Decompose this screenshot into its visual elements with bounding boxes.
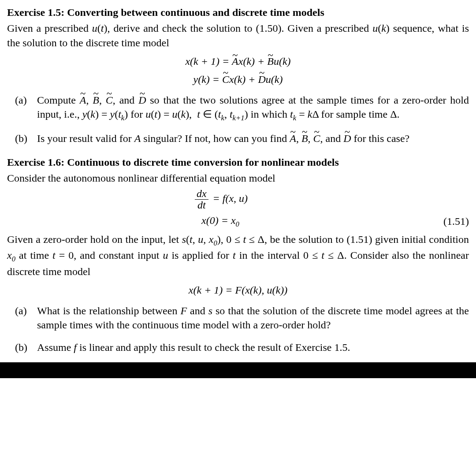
- exercise-1-5-item-b: (b) Is your result valid for A singular?…: [7, 131, 469, 145]
- text: in which: [248, 108, 290, 120]
- text: , be the solution to (1.51) given initia…: [264, 234, 469, 245]
- item-content: Is your result valid for A singular? If …: [37, 131, 469, 145]
- text: Given a zero-order hold on the input, le…: [7, 234, 182, 245]
- exercise-1-5-equations: x(k + 1) = Ax(k) + Bu(k) y(k) = Cx(k) + …: [7, 52, 469, 89]
- text: , derive and check the solution to (1.50…: [108, 22, 373, 34]
- item-content: What is the relationship between F and s…: [37, 304, 469, 332]
- exercise-1-5-title: Exercise 1.5: Converting between continu…: [7, 5, 469, 19]
- item-marker: (b): [7, 340, 37, 354]
- equation-number: (1.51): [434, 214, 469, 228]
- output-equation: y(k) = Cx(k) + Du(k): [7, 71, 469, 89]
- item-marker: (a): [7, 304, 37, 332]
- equation-number-placeholder: [434, 192, 469, 206]
- exercise-1-6-item-b: (b) Assume f is linear and apply this re…: [7, 340, 469, 354]
- bottom-black-bar: [0, 362, 476, 378]
- text: Assume: [37, 342, 74, 353]
- state-equation: x(k + 1) = Ax(k) + Bu(k): [7, 52, 469, 71]
- text: for sample time Δ.: [319, 108, 400, 120]
- exercise-1-6-equations: dxdt = f(x, u) x(0) = x0 (1.51): [7, 188, 469, 230]
- exercise-1-6-title: Exercise 1.6: Continuous to discrete tim…: [7, 155, 469, 169]
- ode-equation: dxdt = f(x, u): [7, 188, 434, 211]
- initial-condition-equation: x(0) = x0: [7, 213, 434, 229]
- exercise-1-6-list: (a) What is the relationship between F a…: [7, 304, 469, 354]
- text: is applied for: [168, 249, 233, 261]
- text: Compute: [37, 94, 80, 106]
- item-content: Assume f is linear and apply this result…: [37, 340, 469, 354]
- text: in the interval: [236, 249, 303, 261]
- text: Given a prescribed: [7, 22, 92, 34]
- item-content: Compute A, B, C, and D so that the two s…: [37, 93, 469, 123]
- exercise-1-5-intro: Given a prescribed u(t), derive and chec…: [7, 21, 469, 50]
- exercise-1-6-intro: Consider the autonomous nonlinear differ…: [7, 171, 469, 185]
- item-marker: (a): [7, 93, 37, 123]
- exercise-1-6-body: Given a zero-order hold on the input, le…: [7, 232, 469, 279]
- discrete-nonlinear-equation: x(k + 1) = F(x(k), u(k)): [7, 281, 469, 299]
- text: , and: [113, 94, 138, 106]
- text: singular? If not, how can you find: [141, 133, 290, 144]
- text: at time: [15, 249, 52, 261]
- exercise-1-6-item-a: (a) What is the relationship between F a…: [7, 304, 469, 332]
- exercise-1-5-item-a: (a) Compute A, B, C, and D so that the t…: [7, 93, 469, 123]
- text: What is the relationship between: [37, 305, 180, 316]
- text: for: [128, 108, 145, 120]
- text: Is your result valid for: [37, 133, 134, 144]
- text: , and: [320, 133, 344, 144]
- document-page: Exercise 1.5: Converting between continu…: [0, 0, 476, 354]
- item-marker: (b): [7, 131, 37, 145]
- text: and: [187, 305, 208, 316]
- text: for this case?: [351, 133, 410, 144]
- text: , and constant input: [74, 249, 163, 261]
- exercise-1-5-list: (a) Compute A, B, C, and D so that the t…: [7, 93, 469, 145]
- text: is linear and apply this result to check…: [77, 342, 350, 353]
